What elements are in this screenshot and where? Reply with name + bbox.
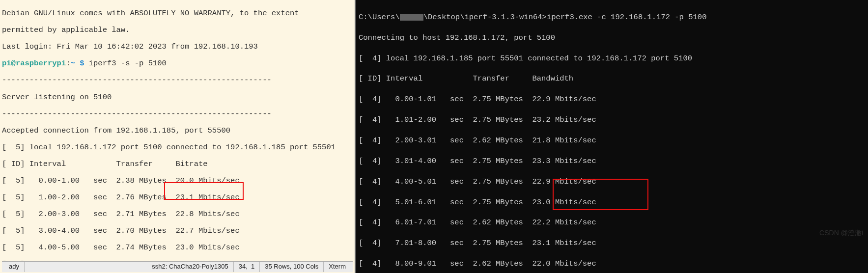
- terminal-output[interactable]: Debian GNU/Linux comes with ABSOLUTELY N…: [2, 1, 353, 261]
- table-row: [ 4] 6.01-7.01 sec 2.62 MBytes 22.2 Mbit…: [359, 218, 865, 228]
- table-row: [ 5] 1.00-2.00 sec 2.76 MBytes 23.1 Mbit…: [2, 193, 353, 202]
- table-row: [ 5] 0.00-1.00 sec 2.38 MBytes 20.0 Mbit…: [2, 177, 353, 185]
- divider-dashes: ----------------------------------------…: [2, 76, 353, 84]
- table-header: [ ID] Interval Transfer Bandwidth: [359, 74, 865, 84]
- status-cursor-pos: 34, 1: [234, 262, 260, 272]
- shell-prompt-line[interactable]: pi@raspberrypi:~ $ iperf3 -s -p 5100: [2, 59, 353, 68]
- status-ready: ady: [4, 262, 25, 272]
- table-row: [ 4] 3.01-4.00 sec 2.75 MBytes 23.3 Mbit…: [359, 156, 865, 166]
- windows-terminal-pane[interactable]: C:\Users\\Desktop\iperf-3.1.3-win64>iper…: [356, 0, 868, 273]
- prompt-user: pi@raspberrypi: [2, 59, 66, 68]
- status-term: Xterm: [324, 262, 351, 272]
- table-row: [ 4] 5.01-6.01 sec 2.75 MBytes 23.0 Mbit…: [359, 197, 865, 208]
- table-row: [ 5] 3.00-4.00 sec 2.70 MBytes 22.7 Mbit…: [2, 227, 353, 235]
- accepted-connection: Accepted connection from 192.168.1.185, …: [2, 127, 353, 135]
- table-header: [ ID] Interval Transfer Bitrate: [2, 160, 353, 168]
- table-row: [ 4] 0.00-1.01 sec 2.75 MBytes 22.9 Mbit…: [359, 94, 865, 105]
- text-line: Debian GNU/Linux comes with ABSOLUTELY N…: [2, 9, 353, 18]
- text-line: Last login: Fri Mar 10 16:42:02 2023 fro…: [2, 43, 353, 51]
- server-listening: Server listening on 5100: [2, 93, 353, 102]
- redacted-username: [400, 14, 423, 21]
- status-dims: 35 Rows, 100 Cols: [260, 262, 324, 272]
- connecting-line: Connecting to host 192.168.1.172, port 5…: [359, 33, 865, 43]
- prompt-pre: C:\Users\: [359, 13, 400, 22]
- prompt-post: \Desktop\iperf-3.1.3-win64>: [423, 13, 547, 22]
- linux-terminal-pane[interactable]: Debian GNU/Linux comes with ABSOLUTELY N…: [0, 0, 356, 273]
- local-endpoint: [ 5] local 192.168.1.172 port 5100 conne…: [2, 143, 353, 152]
- watermark: CSDN @澄澈i: [819, 228, 863, 238]
- table-row: [ 4] 1.01-2.00 sec 2.75 MBytes 23.2 Mbit…: [359, 115, 865, 125]
- command-text: iperf3.exe -c 192.168.1.172 -p 5100: [547, 13, 707, 22]
- table-row: [ 4] 8.00-9.01 sec 2.62 MBytes 22.0 Mbit…: [359, 259, 865, 269]
- status-ssh: ssh2: ChaCha20-Poly1305: [147, 262, 233, 272]
- table-row: [ 4] 2.00-3.01 sec 2.62 MBytes 21.8 Mbit…: [359, 136, 865, 146]
- local-endpoint: [ 4] local 192.168.1.185 port 55501 conn…: [359, 54, 865, 64]
- command-text: iperf3 -s -p 5100: [84, 59, 166, 68]
- text-line: permitted by applicable law.: [2, 26, 353, 34]
- divider-dashes: ----------------------------------------…: [2, 110, 353, 118]
- shell-prompt-line[interactable]: C:\Users\\Desktop\iperf-3.1.3-win64>iper…: [359, 12, 865, 23]
- table-row: [ 4] 4.00-5.01 sec 2.75 MBytes 22.9 Mbit…: [359, 177, 865, 187]
- table-row: [ 4] 7.01-8.00 sec 2.75 MBytes 23.1 Mbit…: [359, 238, 865, 248]
- table-row: [ 5] 2.00-3.00 sec 2.71 MBytes 22.8 Mbit…: [2, 210, 353, 218]
- table-row: [ 5] 4.00-5.00 sec 2.74 MBytes 23.0 Mbit…: [2, 244, 353, 252]
- prompt-colon: :: [66, 59, 70, 68]
- status-bar: ady ssh2: ChaCha20-Poly1305 34, 1 35 Row…: [2, 261, 353, 272]
- prompt-path: ~ $: [71, 59, 84, 68]
